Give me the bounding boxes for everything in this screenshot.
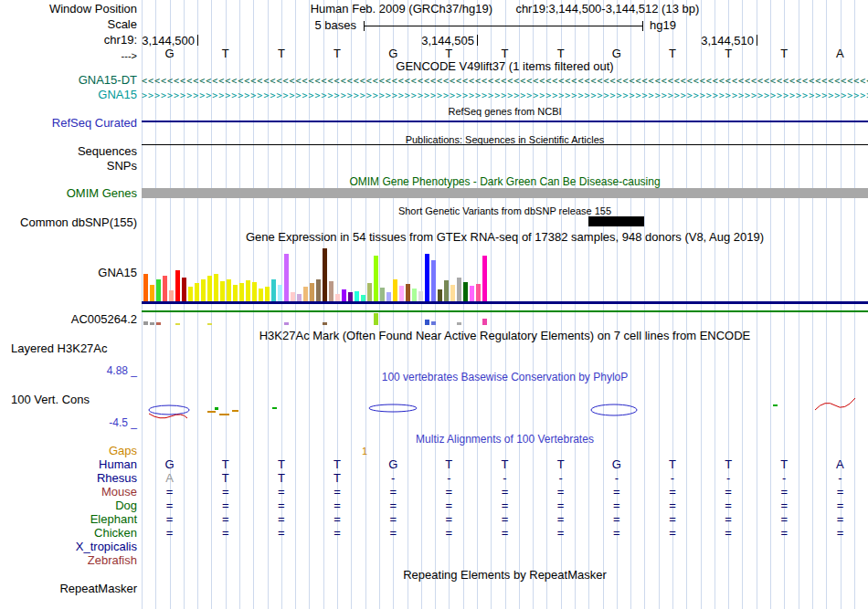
gtex-tissue-bar[interactable] bbox=[482, 256, 487, 301]
gtex-tissue-bar[interactable] bbox=[450, 285, 455, 301]
gtex-tissue-bar[interactable] bbox=[284, 254, 289, 301]
gtex-tissue-bar[interactable] bbox=[175, 270, 180, 301]
gtex-tissue-bar-small[interactable] bbox=[457, 322, 461, 325]
species-label-mouse[interactable]: Mouse bbox=[101, 486, 137, 499]
species-label-x_tropicalis[interactable]: X_tropicalis bbox=[76, 541, 137, 553]
gtex-tissue-bar[interactable] bbox=[246, 280, 250, 301]
gtex-tissue-bar[interactable] bbox=[374, 256, 378, 301]
gtex-tissue-bar[interactable] bbox=[342, 289, 346, 301]
track-label-refseq-curated[interactable]: RefSeq Curated bbox=[52, 117, 137, 130]
gtex-tissue-bar[interactable] bbox=[431, 260, 436, 301]
gtex-tissue-bar[interactable] bbox=[227, 279, 231, 301]
gtex-tissue-bar[interactable] bbox=[259, 289, 263, 301]
track-label-omim-genes[interactable]: OMIM Genes bbox=[67, 187, 137, 200]
gtex-tissue-bar[interactable] bbox=[393, 279, 397, 301]
gtex-tissue-bar[interactable] bbox=[278, 285, 282, 301]
gtex-tissue-bar[interactable] bbox=[220, 281, 225, 301]
gtex-tissue-bar[interactable] bbox=[361, 295, 365, 301]
gtex-tissue-bar[interactable] bbox=[406, 284, 410, 301]
gtex-tissue-bar[interactable] bbox=[399, 286, 404, 301]
gene-intron-arrows-left[interactable]: <<<<<<<<<<<<<<<<<<<<<<<<<<<<<<<<<<<<<<<<… bbox=[142, 76, 868, 87]
species-label-human[interactable]: Human bbox=[99, 458, 137, 471]
gtex-tissue-bar[interactable] bbox=[380, 288, 385, 301]
gtex-tissue-bar[interactable] bbox=[271, 279, 276, 301]
species-label-elephant[interactable]: Elephant bbox=[90, 513, 137, 526]
gtex-tissue-bar[interactable] bbox=[418, 291, 423, 301]
species-label-rhesus[interactable]: Rhesus bbox=[97, 472, 137, 485]
gtex-tissue-bar-small[interactable] bbox=[425, 320, 429, 325]
publications-line[interactable] bbox=[142, 144, 868, 145]
gtex-tissue-bar[interactable] bbox=[143, 274, 148, 301]
gtex-tissue-bar[interactable] bbox=[195, 283, 199, 301]
gtex-tissue-bar[interactable] bbox=[412, 289, 417, 301]
species-label-zebrafish[interactable]: Zebrafish bbox=[88, 554, 137, 567]
track-label-gtex-gna15[interactable]: GNA15 bbox=[98, 267, 137, 279]
gtex-gene2-line[interactable] bbox=[142, 310, 868, 312]
gtex-tissue-bar[interactable] bbox=[457, 278, 461, 301]
gtex-tissue-bar[interactable] bbox=[201, 279, 206, 301]
omim-genes-bar[interactable] bbox=[142, 188, 868, 198]
gtex-tissue-bar[interactable] bbox=[239, 283, 244, 301]
gtex-tissue-bar[interactable] bbox=[233, 285, 238, 301]
gtex-tissue-bar[interactable] bbox=[265, 287, 270, 301]
species-label-dog[interactable]: Dog bbox=[115, 499, 137, 512]
dbsnp-variant[interactable] bbox=[588, 216, 644, 226]
track-label-gtex-ac005264[interactable]: AC005264.2 bbox=[71, 313, 137, 326]
gtex-gene2-barchart[interactable] bbox=[143, 314, 491, 325]
track-label-layered-h3k27ac[interactable]: Layered H3K27Ac bbox=[11, 342, 108, 355]
gtex-tissue-bar[interactable] bbox=[476, 284, 481, 301]
gtex-tissue-bar[interactable] bbox=[323, 248, 327, 301]
gtex-tissue-bar[interactable] bbox=[150, 285, 154, 301]
gtex-tissue-bar[interactable] bbox=[348, 292, 353, 301]
gtex-tissue-bar-small[interactable] bbox=[207, 323, 212, 325]
gtex-tissue-bar[interactable] bbox=[291, 292, 295, 301]
gtex-tissue-bar-small[interactable] bbox=[482, 319, 487, 325]
gtex-tissue-bar[interactable] bbox=[425, 254, 429, 301]
track-label-repeatmasker[interactable]: RepeatMasker bbox=[59, 583, 137, 595]
track-label-gna15[interactable]: GNA15 bbox=[98, 89, 137, 101]
gtex-tissue-bar[interactable] bbox=[207, 276, 212, 301]
gtex-tissue-bar[interactable] bbox=[329, 281, 333, 301]
gtex-baseline[interactable] bbox=[142, 301, 868, 304]
window-position-label: Window Position bbox=[49, 3, 137, 16]
gtex-tissue-bar[interactable] bbox=[156, 279, 161, 301]
gtex-tissue-bar[interactable] bbox=[188, 287, 193, 301]
gtex-tissue-bar[interactable] bbox=[316, 279, 321, 301]
gtex-tissue-bar[interactable] bbox=[444, 280, 449, 301]
gtex-tissue-bar[interactable] bbox=[355, 291, 359, 301]
refseq-gene-line[interactable] bbox=[142, 121, 868, 122]
gtex-tissue-bar[interactable] bbox=[303, 287, 308, 301]
track-label-snps[interactable]: SNPs bbox=[107, 160, 137, 173]
gtex-tissue-bar[interactable] bbox=[470, 286, 474, 301]
gtex-tissue-bar[interactable] bbox=[163, 276, 167, 301]
gtex-tissue-bar[interactable] bbox=[463, 282, 468, 301]
gtex-tissue-bar-small[interactable] bbox=[374, 313, 378, 325]
gtex-tissue-bar-small[interactable] bbox=[143, 321, 148, 325]
track-label-common-dbsnp[interactable]: Common dbSNP(155) bbox=[20, 216, 137, 229]
gtex-tissue-bar-small[interactable] bbox=[323, 322, 327, 325]
gtex-tissue-bar[interactable] bbox=[386, 292, 391, 301]
base-position-track[interactable]: GTTTGTTTGTTTA bbox=[142, 47, 868, 60]
gtex-tissue-bar[interactable] bbox=[297, 294, 302, 301]
gtex-tissue-bar-small[interactable] bbox=[431, 321, 436, 325]
gtex-tissue-bar-small[interactable] bbox=[156, 322, 161, 325]
gtex-expression-barchart[interactable] bbox=[143, 247, 491, 301]
gtex-tissue-bar-small[interactable] bbox=[284, 322, 289, 325]
gtex-tissue-bar[interactable] bbox=[252, 282, 257, 301]
conservation-wiggle[interactable] bbox=[142, 383, 868, 425]
gtex-tissue-bar[interactable] bbox=[335, 294, 340, 301]
gtex-tissue-bar[interactable] bbox=[367, 283, 372, 301]
gtex-tissue-bar[interactable] bbox=[438, 289, 442, 301]
track-label-100-vert-cons[interactable]: 100 Vert. Cons bbox=[11, 394, 90, 406]
track-label-gaps[interactable]: Gaps bbox=[109, 445, 137, 457]
track-label-sequences[interactable]: Sequences bbox=[78, 145, 137, 158]
gtex-tissue-bar[interactable] bbox=[310, 283, 314, 301]
gtex-tissue-bar[interactable] bbox=[182, 278, 186, 301]
track-label-gna15-dt[interactable]: GNA15-DT bbox=[79, 74, 137, 87]
gtex-tissue-bar-small[interactable] bbox=[150, 322, 154, 325]
gtex-tissue-bar[interactable] bbox=[169, 290, 174, 301]
gene-intron-arrows-right[interactable]: >>>>>>>>>>>>>>>>>>>>>>>>>>>>>>>>>>>>>>>>… bbox=[142, 90, 868, 101]
species-label-chicken[interactable]: Chicken bbox=[94, 527, 137, 540]
gtex-tissue-bar[interactable] bbox=[214, 274, 218, 301]
gtex-tissue-bar-small[interactable] bbox=[175, 323, 180, 325]
